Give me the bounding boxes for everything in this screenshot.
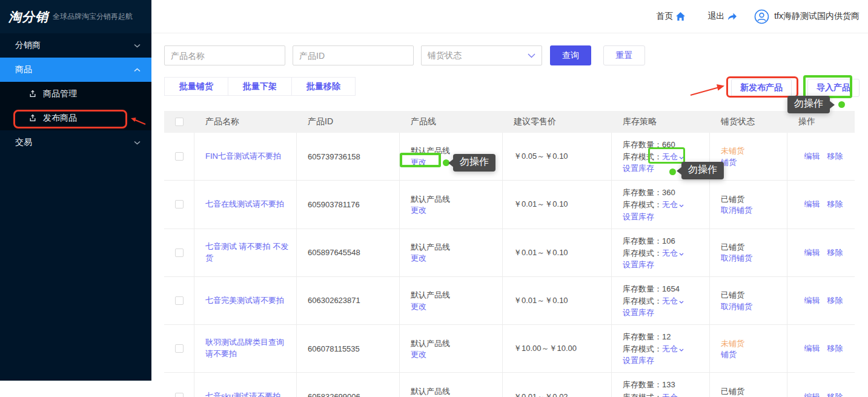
edit-link[interactable]: 编辑 bbox=[804, 199, 820, 210]
sidebar-item-publish-goods[interactable]: 发布商品 bbox=[0, 106, 151, 130]
search-button[interactable]: 查询 bbox=[550, 45, 591, 65]
remove-link[interactable]: 移除 bbox=[827, 151, 843, 162]
stock-mode: 库存模式：无仓 bbox=[623, 392, 703, 397]
stock-mode: 库存模式：无仓 bbox=[623, 295, 703, 307]
status-action-link[interactable]: 取消铺货 bbox=[721, 253, 781, 264]
row-checkbox[interactable] bbox=[175, 152, 184, 161]
stock-qty: 库存数量：360 bbox=[623, 187, 703, 199]
chevron-up-icon bbox=[134, 68, 141, 72]
status-action-link[interactable]: 铺货 bbox=[721, 157, 781, 168]
logout-arrow-icon bbox=[727, 12, 737, 21]
edit-link[interactable]: 编辑 bbox=[804, 295, 820, 306]
stock-mode: 库存模式：无仓 bbox=[623, 343, 703, 355]
stock-mode-link[interactable]: 无仓 bbox=[662, 249, 684, 258]
product-name-input[interactable] bbox=[164, 45, 285, 65]
status-action-link[interactable]: 取消铺货 bbox=[721, 301, 781, 312]
avatar-icon[interactable] bbox=[754, 9, 769, 24]
batch-spread-button[interactable]: 批量铺货 bbox=[164, 77, 228, 96]
stock-mode-link[interactable]: 无仓 bbox=[662, 344, 684, 353]
sidebar-item-trade[interactable]: 交易 bbox=[0, 130, 151, 155]
logout-link[interactable]: 退出 bbox=[707, 11, 737, 22]
table-row: 七音测试 请不要拍 不发货 605897645548 默认产品线 更改 ￥0.0… bbox=[164, 229, 855, 277]
sidebar-item-distributor[interactable]: 分销商 bbox=[0, 33, 151, 58]
logo-slogan: 全球品牌淘宝分销再起航 bbox=[53, 12, 133, 22]
chevron-down-icon bbox=[528, 53, 535, 58]
product-id: 605897645548 bbox=[297, 229, 400, 276]
remove-link[interactable]: 移除 bbox=[827, 392, 843, 397]
status-action-link[interactable]: 取消铺货 bbox=[721, 205, 781, 216]
home-link[interactable]: 首页 bbox=[656, 11, 686, 22]
product-name-link[interactable]: 七音在线测试请不要拍 bbox=[205, 199, 290, 210]
status-action-link[interactable]: 铺货 bbox=[721, 349, 781, 360]
product-name-link[interactable]: 耿羽测试品牌类目查询请不要拍 bbox=[205, 337, 290, 360]
select-all-checkbox[interactable] bbox=[175, 118, 184, 126]
price-range: ￥0.01～￥0.10 bbox=[503, 181, 612, 228]
main-content: 铺货状态 查询 重置 批量铺货 批量下架 批量移除 新发布产品 导入产品 产品名… bbox=[151, 33, 868, 397]
stock-mode-link[interactable]: 无仓 bbox=[662, 152, 684, 161]
row-checkbox[interactable] bbox=[175, 393, 184, 397]
chevron-down-icon bbox=[134, 141, 141, 145]
new-product-button[interactable]: 新发布产品 bbox=[731, 79, 792, 97]
set-stock-link[interactable]: 设置库存 bbox=[623, 259, 703, 270]
product-line: 默认产品线 bbox=[411, 145, 496, 157]
price-range: ￥0.01～￥0.10 bbox=[503, 277, 612, 324]
stock-qty: 库存数量：12 bbox=[623, 331, 703, 343]
row-checkbox[interactable] bbox=[175, 296, 184, 305]
change-line-link[interactable]: 更改 bbox=[411, 253, 496, 264]
reset-button[interactable]: 重置 bbox=[603, 45, 645, 65]
stock-mode-link[interactable]: 无仓 bbox=[662, 200, 684, 209]
batch-remove-button[interactable]: 批量移除 bbox=[291, 77, 356, 96]
set-stock-link[interactable]: 设置库存 bbox=[623, 307, 703, 318]
edit-link[interactable]: 编辑 bbox=[804, 343, 820, 354]
edit-link[interactable]: 编辑 bbox=[804, 247, 820, 258]
col-header-status: 铺货状态 bbox=[710, 116, 787, 127]
row-checkbox[interactable] bbox=[175, 200, 184, 209]
import-product-button[interactable]: 导入产品 bbox=[807, 79, 860, 97]
remove-link[interactable]: 移除 bbox=[827, 247, 843, 258]
change-line-link[interactable]: 更改 bbox=[411, 301, 496, 312]
edit-link[interactable]: 编辑 bbox=[804, 392, 820, 397]
sidebar-item-goods[interactable]: 商品 bbox=[0, 58, 151, 82]
set-stock-link[interactable]: 设置库存 bbox=[623, 212, 703, 222]
change-line-link[interactable]: 更改 bbox=[411, 157, 496, 168]
sidebar-item-label: 交易 bbox=[15, 137, 32, 148]
product-name-link[interactable]: 七音完美测试请不要拍 bbox=[205, 295, 290, 307]
sidebar-nav: 分销商 商品 商品管理 发布商品 交易 bbox=[0, 33, 151, 155]
upload-icon bbox=[28, 90, 37, 98]
stock-mode-link[interactable]: 无仓 bbox=[662, 296, 684, 305]
set-stock-link[interactable]: 设置库存 bbox=[623, 355, 703, 366]
sidebar-item-goods-manage[interactable]: 商品管理 bbox=[0, 82, 151, 106]
product-name-link[interactable]: 七音sku测试请不要拍 bbox=[205, 391, 290, 397]
row-checkbox[interactable] bbox=[175, 249, 184, 257]
price-range: ￥0.01～￥0.10 bbox=[503, 229, 612, 276]
edit-link[interactable]: 编辑 bbox=[804, 151, 820, 162]
username: tfx海静测试国内供货商 bbox=[774, 11, 860, 22]
chevron-down-icon bbox=[679, 253, 684, 256]
product-id: 605832699006 bbox=[297, 373, 400, 397]
remove-link[interactable]: 移除 bbox=[827, 343, 843, 354]
remove-link[interactable]: 移除 bbox=[827, 199, 843, 210]
product-name-link[interactable]: 七音测试 请不要拍 不发货 bbox=[205, 241, 290, 264]
app-root: 淘分销 全球品牌淘宝分销再起航 分销商 商品 商品管理 发布商品 bbox=[0, 0, 868, 397]
remove-link[interactable]: 移除 bbox=[827, 295, 843, 306]
product-id-input[interactable] bbox=[293, 45, 414, 65]
change-line-link[interactable]: 更改 bbox=[411, 205, 496, 216]
row-checkbox[interactable] bbox=[175, 344, 184, 353]
batch-unlist-button[interactable]: 批量下架 bbox=[228, 77, 292, 96]
set-stock-link[interactable]: 设置库存 bbox=[623, 163, 703, 174]
chevron-down-icon bbox=[679, 156, 684, 159]
product-name-link[interactable]: FIN七音测试请不要拍 bbox=[205, 151, 290, 162]
products-table: 产品名称 产品ID 产品线 建议零售价 库存策略 铺货状态 操作 FIN七音测试… bbox=[164, 111, 855, 397]
table-row: FIN七音测试请不要拍 605739736158 默认产品线 更改 ￥0.05～… bbox=[164, 133, 855, 181]
col-header-stock: 库存策略 bbox=[612, 116, 710, 127]
spread-status-select[interactable]: 铺货状态 bbox=[421, 45, 542, 65]
topbar: 首页 退出 tfx海静测试国内供货商 bbox=[151, 0, 868, 33]
product-line: 默认产品线 bbox=[411, 193, 496, 205]
sidebar: 淘分销 全球品牌淘宝分销再起航 分销商 商品 商品管理 发布商品 bbox=[0, 0, 151, 381]
price-range: ￥10.00～￥10.00 bbox=[503, 325, 612, 372]
chevron-down-icon bbox=[679, 349, 684, 352]
change-line-link[interactable]: 更改 bbox=[411, 349, 496, 360]
stock-mode-link[interactable]: 无仓 bbox=[662, 393, 684, 397]
table-header: 产品名称 产品ID 产品线 建议零售价 库存策略 铺货状态 操作 bbox=[164, 111, 855, 133]
stock-qty: 库存数量：660 bbox=[623, 139, 703, 151]
